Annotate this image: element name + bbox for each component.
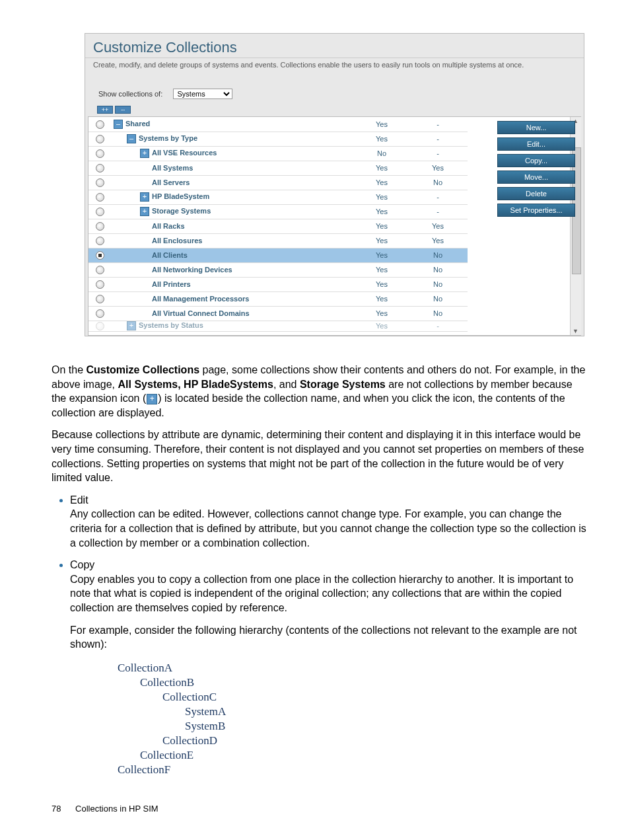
row-col3: Yes — [355, 306, 408, 321]
row-col3: Yes — [355, 161, 408, 175]
row-radio[interactable] — [96, 237, 104, 245]
delete-button[interactable]: Delete — [497, 187, 575, 200]
table-row[interactable]: +Systems by StatusYes- — [88, 321, 468, 331]
row-label: All Networking Devices — [152, 266, 232, 274]
table-row[interactable]: All SystemsYesYes — [88, 161, 468, 175]
row-radio[interactable] — [96, 178, 104, 187]
row-col4: No — [408, 248, 468, 262]
row-col3: Yes — [355, 190, 408, 204]
row-col4: No — [408, 262, 468, 277]
row-col4: Yes — [408, 161, 468, 175]
expand-icon[interactable]: + — [140, 149, 149, 158]
row-radio[interactable] — [96, 120, 104, 129]
table-row[interactable]: All ClientsYesNo — [88, 248, 468, 262]
row-radio[interactable] — [96, 266, 104, 274]
row-label: Systems by Type — [139, 134, 197, 142]
copy-button[interactable]: Copy... — [497, 154, 575, 167]
row-label: HP BladeSystem — [152, 192, 209, 200]
expand-icon[interactable]: + — [140, 207, 149, 216]
expand-all-button[interactable]: ++ — [97, 106, 113, 114]
row-radio[interactable] — [96, 222, 104, 231]
expand-icon[interactable]: + — [140, 192, 149, 202]
expand-icon[interactable]: + — [127, 321, 136, 330]
table-row[interactable]: All Virtual Connect DomainsYesNo — [88, 306, 468, 321]
table-row[interactable]: +Storage SystemsYes- — [88, 204, 468, 219]
figure-title: Customize Collections — [85, 39, 584, 56]
row-label: All Virtual Connect Domains — [152, 309, 250, 317]
table-row[interactable]: –Systems by TypeYes- — [88, 132, 468, 146]
hierarchy-example: CollectionA CollectionB CollectionC Syst… — [118, 661, 586, 778]
list-item-edit: Edit — [70, 494, 88, 506]
customize-collections-figure: Customize Collections Create, modify, an… — [85, 33, 584, 336]
table-row[interactable]: All Networking DevicesYesNo — [88, 262, 468, 277]
set-properties-button[interactable]: Set Properties... — [497, 204, 575, 217]
show-collections-select[interactable]: Systems — [173, 89, 232, 99]
row-col4: No — [408, 277, 468, 291]
edit-description: Any collection can be edited. However, c… — [70, 507, 586, 550]
row-col4: No — [408, 306, 468, 321]
table-row[interactable]: All ServersYesNo — [88, 175, 468, 190]
row-label: All Systems — [152, 164, 193, 172]
row-radio[interactable] — [96, 322, 104, 330]
collapse-icon[interactable]: – — [114, 120, 123, 129]
row-col3: Yes — [355, 248, 408, 262]
table-row[interactable]: All Management ProcessorsYesNo — [88, 291, 468, 306]
row-col3: Yes — [355, 117, 408, 132]
copy-description-1: Copy enables you to copy a collection fr… — [70, 572, 586, 615]
table-row[interactable]: +All VSE ResourcesNo- — [88, 146, 468, 161]
row-label: All Management Processors — [152, 295, 249, 303]
row-col4: Yes — [408, 233, 468, 248]
row-col3: Yes — [355, 175, 408, 190]
row-col4: - — [408, 190, 468, 204]
row-radio[interactable] — [96, 135, 104, 143]
row-radio[interactable] — [96, 193, 104, 202]
scroll-down-icon[interactable]: ▼ — [573, 328, 578, 334]
footer-section: Collections in HP SIM — [75, 804, 158, 814]
row-label: All Racks — [152, 222, 185, 230]
row-col3: Yes — [355, 132, 408, 146]
row-label: All Servers — [152, 178, 190, 186]
page-footer: 78 Collections in HP SIM — [52, 804, 597, 814]
row-label: All Printers — [152, 280, 191, 288]
row-label: All Clients — [152, 251, 188, 259]
row-col3: Yes — [355, 262, 408, 277]
row-col4: - — [408, 321, 468, 331]
row-radio[interactable] — [96, 280, 104, 289]
row-radio[interactable] — [96, 149, 104, 158]
row-label: Systems by Status — [139, 321, 203, 329]
row-radio[interactable] — [96, 251, 104, 260]
row-col4: - — [408, 117, 468, 132]
move-button[interactable]: Move... — [497, 171, 575, 184]
row-label: All VSE Resources — [152, 149, 217, 157]
row-radio[interactable] — [96, 309, 104, 318]
copy-description-2: For example, consider the following hier… — [70, 623, 586, 652]
new-button[interactable]: New... — [497, 121, 575, 134]
show-collections-label: Show collections of: — [98, 90, 162, 98]
row-col3: Yes — [355, 321, 408, 331]
row-col3: Yes — [355, 233, 408, 248]
row-radio[interactable] — [96, 295, 104, 303]
table-row[interactable]: –SharedYes- — [88, 117, 468, 132]
table-row[interactable]: All PrintersYesNo — [88, 277, 468, 291]
row-label: Storage Systems — [152, 207, 211, 215]
row-radio[interactable] — [96, 208, 104, 216]
edit-button[interactable]: Edit... — [497, 137, 575, 151]
row-col4: - — [408, 146, 468, 161]
row-label: Shared — [125, 120, 150, 128]
page-number: 78 — [52, 804, 61, 814]
row-col4: No — [408, 175, 468, 190]
table-row[interactable]: All EnclosuresYesYes — [88, 233, 468, 248]
table-row[interactable]: +HP BladeSystemYes- — [88, 190, 468, 204]
row-col3: No — [355, 146, 408, 161]
table-row[interactable]: All RacksYesYes — [88, 219, 468, 233]
row-col4: No — [408, 291, 468, 306]
row-col4: Yes — [408, 219, 468, 233]
row-col4: - — [408, 204, 468, 219]
row-radio[interactable] — [96, 164, 104, 172]
row-label: All Enclosures — [152, 237, 202, 245]
row-col3: Yes — [355, 219, 408, 233]
paragraph-2: Because collections by attribute are dyn… — [52, 428, 586, 484]
row-col3: Yes — [355, 204, 408, 219]
collapse-all-button[interactable]: -- — [115, 106, 131, 114]
collapse-icon[interactable]: – — [127, 134, 136, 143]
